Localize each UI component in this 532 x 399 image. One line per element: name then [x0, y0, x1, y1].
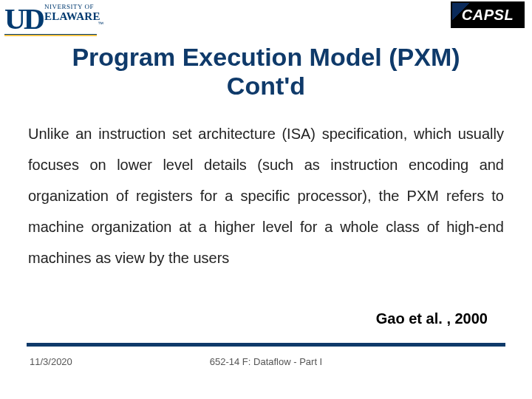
capsl-logo: CAPSL: [451, 1, 525, 28]
citation: Gao et al. , 2000: [376, 310, 488, 327]
logo-underline: [4, 34, 97, 36]
slide-body-text: Unlike an instruction set architecture (…: [28, 118, 504, 273]
ud-monogram: UD: [4, 1, 43, 36]
ud-line2: ELAWARE: [44, 10, 100, 23]
footer-rule: [27, 343, 505, 347]
capsl-label: CAPSL: [462, 7, 514, 24]
trademark-symbol: ™: [98, 21, 103, 27]
ud-line1: NIVERSITY OF: [44, 3, 94, 10]
footer-center: 652-14 F: Dataflow - Part I: [0, 356, 532, 367]
ud-logo: UD NIVERSITY OF ELAWARE ™: [4, 1, 108, 42]
slide-title: Program Execution Model (PXM) Cont'd: [0, 43, 532, 100]
